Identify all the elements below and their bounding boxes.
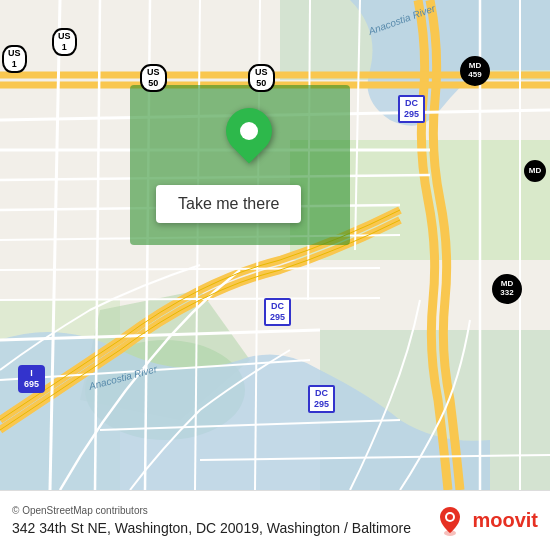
map-pin: [226, 108, 272, 164]
road-sign-md332: MD332: [492, 274, 522, 304]
road-sign-us1-left: US1: [2, 45, 27, 73]
take-me-there-button[interactable]: Take me there: [156, 185, 301, 223]
road-sign-us50-right: US50: [248, 64, 275, 92]
road-sign-i695: I695: [18, 365, 45, 393]
road-sign-md459: MD459: [460, 56, 490, 86]
road-sign-dc295-bot: DC295: [308, 385, 335, 413]
bottom-bar: © OpenStreetMap contributors 342 34th St…: [0, 490, 550, 550]
road-sign-dc295-top: DC295: [398, 95, 425, 123]
osm-credit: © OpenStreetMap contributors: [12, 505, 411, 516]
moovit-icon: [434, 505, 466, 537]
address-text: 342 34th St NE, Washington, DC 20019, Wa…: [12, 520, 411, 536]
svg-point-31: [447, 514, 453, 520]
road-sign-md-right: MD: [524, 160, 546, 182]
road-sign-us50-left: US50: [140, 64, 167, 92]
moovit-text: moovit: [472, 509, 538, 532]
road-sign-us1: US1: [52, 28, 77, 56]
road-sign-dc295-mid: DC295: [264, 298, 291, 326]
address-section: © OpenStreetMap contributors 342 34th St…: [12, 505, 411, 536]
moovit-logo: moovit: [434, 505, 538, 537]
map-container: Anacostia River Anacostia River US1 US1 …: [0, 0, 550, 490]
